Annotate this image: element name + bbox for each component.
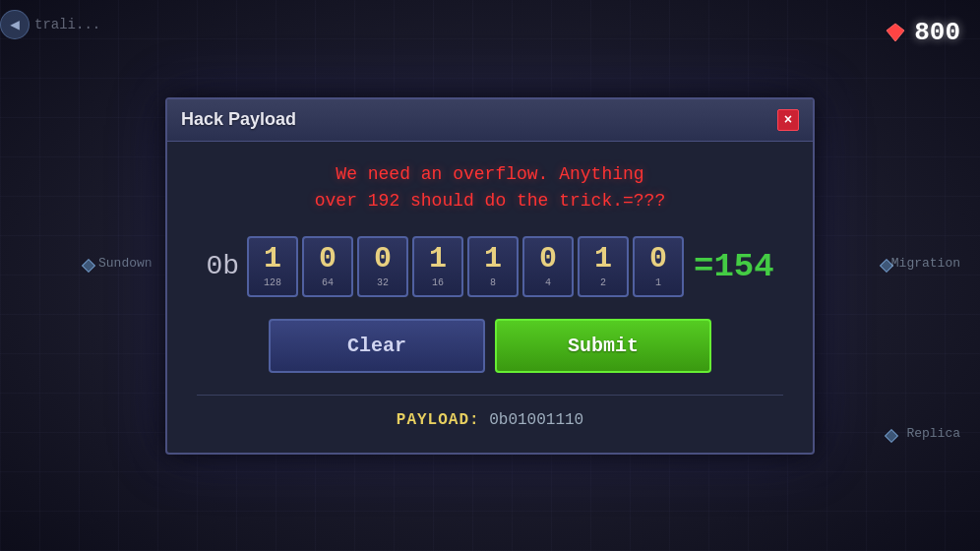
binary-prefix: 0b <box>206 251 239 281</box>
close-button[interactable]: × <box>777 109 799 131</box>
bit-card-1[interactable]: 0 64 <box>302 236 353 297</box>
bit-weight-7: 1 <box>655 277 661 288</box>
dialog-body: We need an overflow. Anything over 192 s… <box>167 142 813 453</box>
bit-value-7: 0 <box>649 244 667 274</box>
bit-value-2: 0 <box>374 244 392 274</box>
bit-card-2[interactable]: 0 32 <box>357 236 408 297</box>
bit-value-5: 0 <box>539 244 557 274</box>
bit-card-6[interactable]: 1 2 <box>578 236 629 297</box>
bit-value-3: 1 <box>429 244 447 274</box>
dialog-titlebar: Hack Payload × <box>167 99 813 142</box>
bit-weight-2: 32 <box>377 277 389 288</box>
bit-value-6: 1 <box>594 244 612 274</box>
bit-card-0[interactable]: 1 128 <box>247 236 298 297</box>
bit-weight-3: 16 <box>432 277 444 288</box>
binary-display-row: 0b 1 128 0 64 0 32 1 16 <box>197 236 783 297</box>
bit-weight-4: 8 <box>490 277 496 288</box>
decimal-result: =154 <box>694 248 774 285</box>
hack-payload-dialog: Hack Payload × We need an overflow. Anyt… <box>165 97 815 455</box>
message-line1: We need an overflow. Anything <box>197 161 783 188</box>
bit-value-0: 1 <box>264 244 281 274</box>
submit-button[interactable]: Submit <box>495 319 711 373</box>
dialog-title: Hack Payload <box>181 109 296 130</box>
message-area: We need an overflow. Anything over 192 s… <box>197 161 783 214</box>
clear-button[interactable]: Clear <box>269 319 485 373</box>
dialog-backdrop: Hack Payload × We need an overflow. Anyt… <box>0 0 980 551</box>
bit-weight-0: 128 <box>264 277 281 288</box>
payload-footer: PAYLOAD: 0b01001110 <box>197 395 783 429</box>
bit-value-1: 0 <box>319 244 337 274</box>
bit-card-3[interactable]: 1 16 <box>412 236 463 297</box>
payload-label: PAYLOAD: <box>397 411 480 429</box>
bit-value-4: 1 <box>484 244 502 274</box>
close-icon: × <box>784 112 792 128</box>
payload-value: 0b01001110 <box>489 411 583 429</box>
bit-card-5[interactable]: 0 4 <box>522 236 574 297</box>
bit-weight-6: 2 <box>600 277 606 288</box>
message-line2: over 192 should do the trick.=??? <box>197 188 783 214</box>
bit-weight-1: 64 <box>322 277 334 288</box>
bit-weight-5: 4 <box>545 277 551 288</box>
bit-card-7[interactable]: 0 1 <box>633 236 684 297</box>
button-row: Clear Submit <box>197 319 783 373</box>
bit-card-4[interactable]: 1 8 <box>467 236 519 297</box>
